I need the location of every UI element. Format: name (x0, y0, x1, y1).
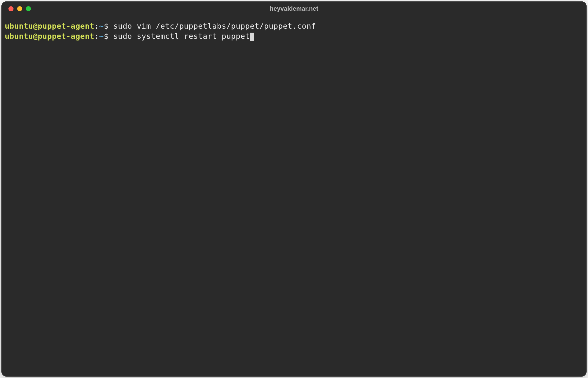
prompt-user: ubuntu@puppet-agent (5, 32, 94, 40)
maximize-icon[interactable] (26, 6, 31, 11)
cursor-icon (250, 33, 254, 41)
prompt-symbol: $ (104, 22, 109, 30)
title-bar[interactable]: heyvaldemar.net (1, 1, 587, 16)
prompt-colon: : (94, 32, 99, 40)
command-text: sudo vim /etc/puppetlabs/puppet/puppet.c… (109, 22, 316, 30)
command-text: sudo systemctl restart puppet (109, 32, 250, 40)
prompt-symbol: $ (104, 32, 109, 40)
terminal-line: ubuntu@puppet-agent:~$ sudo systemctl re… (5, 31, 583, 41)
minimize-icon[interactable] (17, 6, 22, 11)
terminal-line: ubuntu@puppet-agent:~$ sudo vim /etc/pup… (5, 21, 583, 31)
traffic-lights (8, 6, 31, 11)
terminal-window: heyvaldemar.net ubuntu@puppet-agent:~$ s… (1, 1, 587, 377)
prompt-path: ~ (99, 22, 104, 30)
close-icon[interactable] (8, 6, 14, 11)
prompt-path: ~ (99, 32, 104, 40)
prompt-user: ubuntu@puppet-agent (5, 22, 94, 30)
terminal-body[interactable]: ubuntu@puppet-agent:~$ sudo vim /etc/pup… (1, 16, 587, 377)
window-title: heyvaldemar.net (270, 5, 318, 12)
prompt-colon: : (94, 22, 99, 30)
